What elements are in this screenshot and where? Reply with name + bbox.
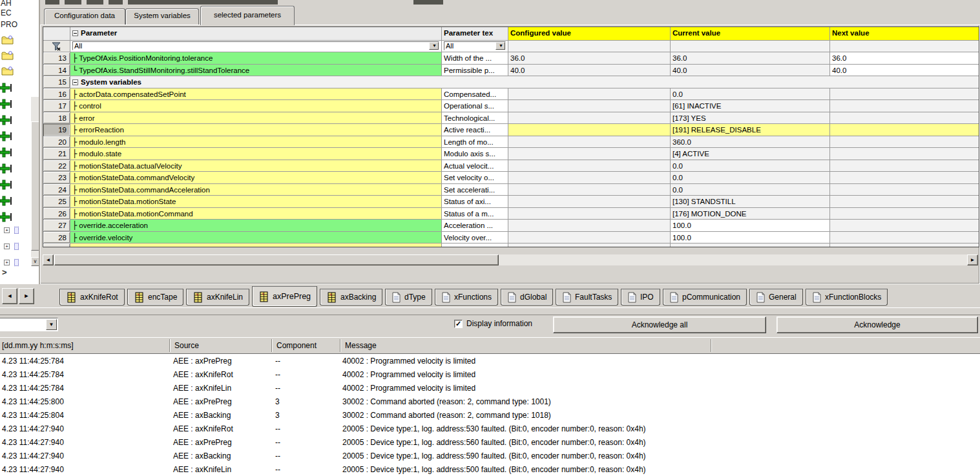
sheet-tab-axKnifeRot[interactable]: axKnifeRot	[59, 289, 125, 305]
acknowledge-all-button[interactable]: Acknowledge all	[553, 316, 766, 333]
sheet-tab-dType[interactable]: dType	[385, 289, 432, 305]
next-value-column-header[interactable]: Next value	[830, 27, 979, 40]
current-value-cell[interactable]: 0.0	[671, 160, 829, 172]
source-column-header[interactable]: Source	[174, 341, 199, 350]
next-value-cell[interactable]	[830, 184, 979, 196]
parameter-text-cell[interactable]: Set velocity o...	[442, 172, 508, 183]
configured-value-cell[interactable]	[508, 243, 670, 247]
log-row[interactable]: 4.23 11:44:25:784AEE : axKnifeRot--40002…	[0, 367, 980, 381]
view-tab-selected-parameters[interactable]: selected parameters	[200, 6, 295, 25]
row-number-cell[interactable]: 17	[43, 100, 70, 112]
folder-icon[interactable]	[1, 50, 14, 61]
next-value-cell[interactable]: 36.0	[830, 52, 979, 64]
parameter-text-cell[interactable]: Set accelerati...	[442, 184, 508, 196]
log-row[interactable]: 4.23 11:44:25:804AEE : axBacking330002 :…	[0, 408, 980, 422]
log-row[interactable]: 4.23 11:44:27:940AEE : axBacking--20005 …	[0, 449, 980, 462]
row-number-cell[interactable]: 14	[43, 65, 70, 76]
parameter-text-cell[interactable]: Velocity over...	[442, 232, 508, 243]
next-value-cell[interactable]	[830, 160, 979, 172]
parameter-text-cell[interactable]: Operational s...	[442, 100, 508, 112]
row-number-cell[interactable]	[43, 243, 70, 247]
parameter-cell[interactable]: ├motionStateData.motionCommand	[70, 208, 441, 220]
current-value-cell[interactable]: 0.0	[671, 172, 829, 183]
scrollbar-thumb[interactable]	[31, 121, 39, 251]
tree-scroll-right-glyph[interactable]: >	[2, 267, 7, 277]
column-separator[interactable]	[340, 339, 341, 352]
parameter-cell[interactable]: ├modulo.state	[70, 148, 441, 160]
parameter-cell[interactable]: └TypeOfAxis.StandStillMonitoring.stillSt…	[70, 65, 441, 76]
alarm-filter-combobox[interactable]: ▼	[0, 318, 58, 331]
sheet-tab-dGlobal[interactable]: dGlobal	[501, 289, 553, 305]
configured-value-cell[interactable]	[508, 160, 670, 172]
next-value-cell[interactable]	[830, 100, 979, 112]
acknowledge-button[interactable]: Acknowledge	[777, 316, 978, 333]
parameter-text-cell[interactable]: Acceleration ...	[442, 220, 508, 231]
scroll-right-button[interactable]: ►	[967, 254, 978, 265]
configured-value-cell[interactable]: 40.0	[508, 65, 670, 76]
dropdown-arrow-icon[interactable]: ▼	[46, 319, 57, 330]
current-value-cell[interactable]: 100.0	[671, 220, 829, 231]
sheet-tab-axKnifeLin[interactable]: axKnifeLin	[186, 289, 249, 305]
project-tree[interactable]: AHECPRO+++∨>	[0, 0, 40, 284]
sheet-tab-encTape[interactable]: encTape	[127, 289, 183, 305]
next-value-cell[interactable]	[830, 232, 979, 243]
parameter-text-cell[interactable]: Active reacti...	[442, 124, 508, 136]
next-value-cell[interactable]	[830, 172, 979, 183]
current-value-cell[interactable]: 36.0	[671, 52, 829, 64]
folder-icon[interactable]	[1, 66, 14, 76]
configured-value-cell[interactable]	[508, 184, 670, 196]
sheet-tab-IPO[interactable]: IPO	[621, 289, 660, 305]
row-number-cell[interactable]: 15	[43, 76, 70, 88]
view-tab-system-variables[interactable]: System variables	[125, 8, 199, 25]
sheet-tab-General[interactable]: General	[749, 289, 803, 305]
parameter-cell[interactable]: ├error	[70, 112, 441, 124]
log-row[interactable]: 4.23 11:44:25:784AEE : axPrePreg--40002 …	[0, 354, 980, 367]
sheet-tab-xFunctionBlocks[interactable]: xFunctionBlocks	[806, 289, 888, 305]
tree-node-label[interactable]: AH	[1, 0, 12, 8]
next-value-cell[interactable]	[830, 148, 979, 160]
axis-icon[interactable]	[0, 180, 12, 190]
collapse-icon[interactable]	[72, 79, 78, 85]
parameter-text-cell[interactable]: Compensated...	[442, 88, 508, 100]
log-row[interactable]: 4.23 11:44:25:784AEE : axKnifeLin--40002…	[0, 381, 980, 395]
parameter-text-cell[interactable]: Permissible p...	[442, 65, 508, 76]
configured-value-column-header[interactable]: Configured value	[508, 27, 670, 40]
scrollbar-thumb[interactable]	[54, 254, 499, 265]
tab-scroll-right-button[interactable]: ►	[19, 288, 34, 304]
parameter-cell[interactable]: ├override.acceleration	[70, 220, 441, 231]
tree-node-label[interactable]: EC	[1, 8, 12, 17]
parameter-column-header[interactable]: Parameter	[70, 27, 441, 40]
axis-icon[interactable]	[0, 212, 12, 222]
tree-expand-icon[interactable]: +	[4, 260, 10, 265]
current-value-cell[interactable]: 100.0	[671, 232, 829, 243]
configured-value-cell[interactable]	[508, 196, 670, 207]
configured-value-cell[interactable]	[508, 124, 670, 136]
row-number-cell[interactable]: 13	[43, 52, 70, 64]
sheet-tab-xFunctions[interactable]: xFunctions	[435, 289, 498, 305]
parameter-cell[interactable]: ├motionStateData.commandAcceleration	[70, 184, 441, 196]
next-value-cell[interactable]	[830, 243, 979, 247]
current-value-cell[interactable]: [130] STANDSTILL	[671, 196, 829, 207]
time-column-header[interactable]: [dd.mm.yy h:m:s:ms]	[2, 341, 74, 350]
configured-value-cell[interactable]	[508, 232, 670, 243]
sheet-tab-axBacking[interactable]: axBacking	[320, 289, 382, 305]
row-number-cell[interactable]: 27	[43, 220, 70, 231]
current-value-column-header[interactable]: Current value	[671, 27, 829, 40]
scroll-left-button[interactable]: ◄	[43, 254, 54, 265]
configured-value-cell[interactable]	[508, 136, 670, 148]
next-value-cell[interactable]	[830, 208, 979, 220]
tab-scroll-left-button[interactable]: ◄	[2, 288, 17, 304]
current-value-cell[interactable]: [4] ACTIVE	[671, 148, 829, 160]
parameter-cell[interactable]: ├modulo.length	[70, 136, 441, 148]
configured-value-cell[interactable]	[508, 100, 670, 112]
axis-icon[interactable]	[0, 83, 12, 93]
axis-icon[interactable]	[0, 115, 12, 125]
parameter-text-cell[interactable]: Modulo axis s...	[442, 148, 508, 160]
group-row-label[interactable]: System variables	[70, 76, 979, 88]
row-number-cell[interactable]: 21	[43, 148, 70, 160]
next-value-cell[interactable]	[830, 124, 979, 136]
log-row[interactable]: 4.23 11:44:27:940AEE : axKnifeRot--20005…	[0, 422, 980, 435]
configured-value-cell[interactable]	[508, 172, 670, 183]
parameter-cell[interactable]: ├override.velocity	[70, 232, 441, 243]
parameter-cell[interactable]: ├motionStateData.motionState	[70, 196, 441, 207]
